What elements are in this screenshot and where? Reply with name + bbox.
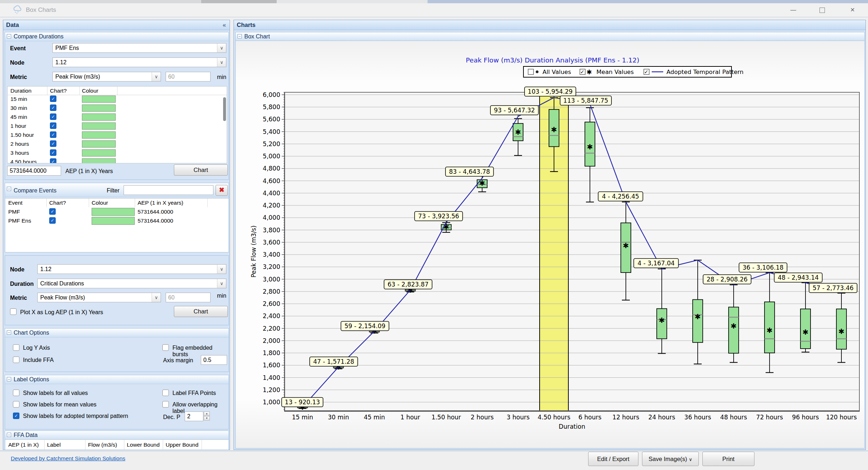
node-label: Node <box>10 60 24 66</box>
aep-years-input[interactable] <box>7 166 61 176</box>
x-tick-label: 120 hours <box>826 414 857 421</box>
y-tick-label: 1,600 <box>263 362 280 369</box>
duration-chart-checkbox[interactable]: ✓ <box>50 122 56 129</box>
duration-colour-swatch[interactable] <box>82 104 116 112</box>
credit-link[interactable]: Developed by Catchment Simulation Soluti… <box>11 455 125 462</box>
filter-input[interactable] <box>124 185 213 195</box>
event-colour-swatch[interactable] <box>92 217 135 225</box>
option-checkbox[interactable]: ✓ <box>13 413 19 419</box>
dec-p-input[interactable] <box>185 411 203 421</box>
duration-colour-swatch[interactable] <box>82 113 116 121</box>
background-window-strip <box>428 0 868 3</box>
collapse-icon[interactable]: − <box>237 34 242 38</box>
duration-colour-swatch[interactable] <box>82 96 116 103</box>
aep-years-label: AEP (1 in X) Years <box>65 168 113 174</box>
edit-export-button[interactable]: Edit / Export <box>588 452 638 466</box>
minutes-unit-label: min <box>217 293 226 299</box>
close-button[interactable]: ✕ <box>844 5 861 15</box>
value-label: 93 - 5,647.32 <box>494 107 535 114</box>
chevron-down-icon[interactable]: ∨ <box>217 265 226 274</box>
node-select[interactable]: 1.12∨ <box>52 57 226 67</box>
chart-button-events[interactable]: Chart <box>174 306 228 317</box>
option-checkbox[interactable] <box>13 357 19 363</box>
event-colour-swatch[interactable] <box>92 208 135 216</box>
duration-colour-swatch[interactable] <box>82 149 116 157</box>
collapse-icon[interactable]: − <box>7 187 11 191</box>
durations-scrollbar[interactable] <box>223 97 226 121</box>
compare-durations-header[interactable]: −Compare Durations <box>5 32 228 41</box>
box-chart-canvas[interactable]: 1,0001,2001,4001,6001,8002,0002,2002,400… <box>235 41 865 448</box>
minutes-unit-label: min <box>217 74 226 80</box>
event-chart-checkbox[interactable]: ✓ <box>49 208 56 215</box>
duration-colour-swatch[interactable] <box>82 140 116 148</box>
y-tick-label: 3,400 <box>263 251 280 258</box>
chart-button-durations[interactable]: Chart <box>174 164 228 176</box>
option-checkbox[interactable] <box>162 401 169 408</box>
collapse-icon[interactable]: − <box>7 34 11 38</box>
y-tick-label: 5,400 <box>263 128 280 135</box>
ffa-data-header[interactable]: −FFA Data <box>5 431 228 440</box>
axis-margin-input[interactable] <box>201 355 227 365</box>
plot-x-log-checkbox[interactable] <box>10 308 17 315</box>
metric-minutes-input[interactable] <box>166 72 211 82</box>
duration-colour-swatch[interactable] <box>82 131 116 139</box>
duration-chart-checkbox[interactable]: ✓ <box>50 158 56 163</box>
check-icon: ✓ <box>580 69 585 75</box>
chevron-down-icon[interactable]: ∨ <box>217 58 226 67</box>
x-tick-label: 96 hours <box>792 414 819 421</box>
chart-title: Peak Flow (m3/s) Duration Analysis (PMF … <box>466 56 640 64</box>
collapse-icon[interactable]: − <box>7 433 11 437</box>
option-checkbox[interactable] <box>13 401 19 408</box>
node-select-2[interactable]: 1.12∨ <box>37 264 226 274</box>
duration-chart-checkbox[interactable]: ✓ <box>50 113 56 120</box>
collapse-panel-icon[interactable]: « <box>223 20 226 30</box>
option-checkbox[interactable] <box>162 344 169 351</box>
charts-panel: Charts −Box Chart 1,0001,2001,4001,6001,… <box>234 20 866 450</box>
y-tick-label: 5,800 <box>263 103 280 111</box>
minimize-button[interactable]: — <box>785 5 802 15</box>
duration-chart-checkbox[interactable]: ✓ <box>50 131 56 138</box>
event-chart-checkbox[interactable]: ✓ <box>49 217 56 224</box>
chevron-down-icon[interactable]: ∨ <box>152 72 161 81</box>
chevron-down-icon[interactable]: ∨ <box>217 43 226 52</box>
save-images-button[interactable]: Save Image(s) ∨ <box>642 452 699 466</box>
option-checkbox[interactable] <box>13 344 19 351</box>
value-label: 63 - 2,823.87 <box>388 281 429 288</box>
chart-legend: All Values✓✱Mean Values✓Adopted Temporal… <box>523 66 744 77</box>
mean-marker: ✱ <box>731 322 737 330</box>
duration-chart-checkbox[interactable]: ✓ <box>50 149 56 156</box>
option-checkbox[interactable] <box>162 390 169 396</box>
maximize-button[interactable] <box>814 5 830 15</box>
option-checkbox[interactable] <box>13 390 19 396</box>
duration-colour-swatch[interactable] <box>82 122 116 130</box>
filter-label: Filter <box>107 187 120 194</box>
legend-checkbox-all-values[interactable] <box>528 69 534 75</box>
event-cell: PMF <box>8 209 20 215</box>
print-button[interactable]: Print <box>702 452 754 466</box>
axis-margin-label: Axis margin <box>163 357 193 364</box>
event-select[interactable]: PMF Ens∨ <box>52 43 226 53</box>
duration-select[interactable]: Critical Durations∨ <box>37 279 226 288</box>
chevron-down-icon[interactable]: ∨ <box>217 279 226 288</box>
spinner-up-icon[interactable]: ▲ <box>204 411 210 416</box>
duration-chart-checkbox[interactable]: ✓ <box>50 104 56 111</box>
duration-chart-checkbox[interactable]: ✓ <box>50 140 56 147</box>
spinner-down-icon[interactable]: ▼ <box>204 416 210 420</box>
y-tick-label: 2,200 <box>263 325 280 332</box>
duration-cell: 15 min <box>10 96 27 102</box>
mean-marker: ✱ <box>767 326 773 335</box>
metric-minutes-input-2[interactable] <box>166 293 211 302</box>
event-label: Event <box>10 45 26 52</box>
chevron-down-icon[interactable]: ∨ <box>152 293 161 302</box>
box-chart-header[interactable]: −Box Chart <box>236 32 864 41</box>
value-label: 83 - 4,643.78 <box>449 168 490 175</box>
duration-chart-checkbox[interactable]: ✓ <box>50 96 56 102</box>
y-tick-label: 2,800 <box>263 288 280 295</box>
metric-select[interactable]: Peak Flow (m3/s)∨ <box>52 72 161 82</box>
column-header: Chart? <box>49 200 66 206</box>
duration-colour-swatch[interactable] <box>82 158 116 163</box>
metric-select-2[interactable]: Peak Flow (m3/s)∨ <box>37 293 161 302</box>
dec-p-label: Dec. P <box>163 414 180 420</box>
value-label: 13 - 920.13 <box>285 399 320 406</box>
clear-filter-button[interactable]: ✖ <box>216 185 228 196</box>
